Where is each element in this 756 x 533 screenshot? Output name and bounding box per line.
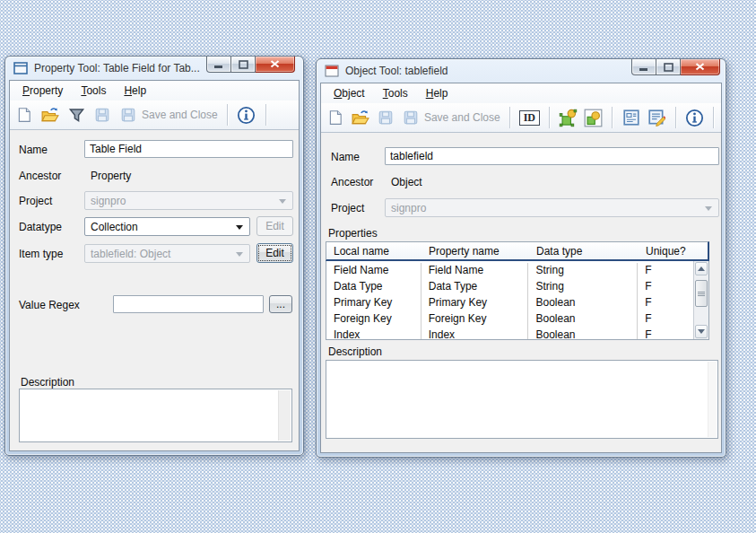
toolbar-separator bbox=[227, 104, 228, 126]
description-label: Description bbox=[21, 376, 74, 389]
toolbar: Save and Close ID bbox=[321, 103, 721, 133]
scroll-up-icon bbox=[698, 266, 705, 271]
itemtype-label: Item type bbox=[19, 248, 63, 260]
select-shapes-icon[interactable] bbox=[559, 107, 578, 128]
desktop: { "colors": { "desktop_bg": "#b3c8e2", "… bbox=[0, 0, 756, 533]
maximize-icon bbox=[239, 60, 248, 69]
caption-buttons bbox=[206, 57, 295, 73]
table-cell: Foreign Key bbox=[326, 311, 421, 328]
table-row[interactable]: Foreign KeyForeign KeyBooleanF bbox=[326, 311, 693, 328]
toolbar: Save and Close bbox=[10, 100, 299, 130]
datatype-combobox[interactable]: Collection bbox=[84, 217, 250, 236]
table-cell: Primary Key bbox=[421, 295, 529, 311]
table-cell: Field Name bbox=[326, 263, 421, 279]
menu-tools[interactable]: Tools bbox=[72, 82, 115, 100]
minimize-icon bbox=[214, 60, 223, 69]
window-title: Object Tool: tablefield bbox=[345, 65, 448, 77]
table-row[interactable]: Data TypeData TypeStringF bbox=[326, 279, 693, 295]
chevron-down-icon bbox=[705, 206, 712, 211]
properties-table-rows: Field NameField NameStringFData TypeData… bbox=[326, 261, 693, 339]
save-and-close-label: Save and Close bbox=[424, 111, 500, 124]
close-button[interactable] bbox=[681, 59, 720, 75]
object-tool-client-area: Object Tools Help Save and Close ID bbox=[320, 83, 722, 453]
table-cell: F bbox=[638, 311, 693, 328]
menu-tools[interactable]: Tools bbox=[374, 84, 417, 102]
save-icon[interactable] bbox=[376, 107, 395, 128]
toolbar-separator bbox=[549, 107, 550, 128]
chevron-down-icon bbox=[236, 225, 243, 230]
column-header-data-type[interactable]: Data type bbox=[529, 245, 639, 258]
open-folder-icon[interactable] bbox=[351, 107, 369, 128]
form-icon[interactable] bbox=[621, 107, 640, 128]
name-input[interactable] bbox=[385, 147, 719, 165]
table-cell: Data Type bbox=[326, 279, 421, 295]
scrollbar-thumb[interactable] bbox=[695, 280, 708, 307]
name-label: Name bbox=[19, 144, 48, 156]
table-cell: F bbox=[638, 328, 693, 339]
shapes-icon[interactable] bbox=[584, 107, 603, 128]
window-title: Property Tool: Table Field for Tab... bbox=[34, 62, 200, 74]
save-and-close-icon[interactable] bbox=[118, 104, 138, 126]
table-cell: F bbox=[638, 279, 693, 295]
name-label: Name bbox=[331, 151, 360, 163]
description-scrollbar[interactable] bbox=[278, 390, 291, 441]
close-button[interactable] bbox=[256, 57, 295, 73]
filter-icon[interactable] bbox=[66, 104, 86, 126]
datatype-edit-button[interactable]: Edit bbox=[256, 216, 293, 236]
new-document-icon[interactable] bbox=[14, 104, 34, 126]
table-cell: Field Name bbox=[421, 263, 529, 279]
table-cell: String bbox=[528, 279, 638, 295]
description-textarea[interactable] bbox=[326, 360, 718, 439]
project-combobox[interactable]: signpro bbox=[385, 198, 719, 217]
datatype-label: Datatype bbox=[19, 221, 62, 233]
info-icon[interactable] bbox=[685, 107, 704, 128]
open-folder-icon[interactable] bbox=[40, 104, 60, 126]
column-header-property-name[interactable]: Property name bbox=[421, 245, 529, 258]
description-label: Description bbox=[328, 345, 382, 358]
value-regex-input[interactable] bbox=[113, 295, 264, 313]
thumb-grip-icon bbox=[698, 292, 705, 296]
minimize-button[interactable] bbox=[631, 59, 656, 75]
column-header-local-name[interactable]: Local name bbox=[326, 245, 421, 258]
edit-form-icon[interactable] bbox=[647, 107, 666, 128]
table-cell: Boolean bbox=[528, 328, 638, 339]
table-cell: Index bbox=[421, 328, 529, 339]
table-row[interactable]: Field NameField NameStringF bbox=[326, 263, 693, 279]
minimize-button[interactable] bbox=[206, 57, 231, 73]
id-button[interactable]: ID bbox=[519, 110, 540, 126]
menubar: Object Tools Help bbox=[321, 83, 721, 103]
ancestor-label: Ancestor bbox=[331, 176, 373, 188]
table-row[interactable]: IndexIndexBooleanF bbox=[326, 328, 693, 339]
table-row[interactable]: Primary KeyPrimary KeyBooleanF bbox=[326, 295, 693, 311]
description-scrollbar[interactable] bbox=[708, 362, 717, 437]
table-cell: Boolean bbox=[528, 311, 638, 328]
caption-buttons bbox=[631, 59, 720, 75]
toolbar-separator bbox=[612, 107, 613, 128]
properties-table: Field NameField NameStringFData TypeData… bbox=[326, 261, 709, 340]
object-tool-window: Object Tool: tablefield Object Tools Hel… bbox=[316, 58, 726, 458]
name-input[interactable] bbox=[84, 140, 293, 158]
description-textarea[interactable] bbox=[19, 389, 292, 442]
menu-object[interactable]: Object bbox=[325, 84, 374, 102]
menu-property[interactable]: Property bbox=[13, 82, 72, 100]
save-and-close-icon[interactable] bbox=[402, 107, 421, 128]
table-cell: Boolean bbox=[528, 295, 638, 311]
save-icon[interactable] bbox=[92, 104, 112, 126]
menu-help[interactable]: Help bbox=[115, 82, 155, 100]
info-icon[interactable] bbox=[237, 104, 256, 126]
itemtype-combobox[interactable]: tablefield: Object bbox=[84, 244, 250, 263]
table-vertical-scrollbar[interactable] bbox=[693, 261, 708, 339]
project-combobox[interactable]: signpro bbox=[84, 191, 293, 210]
scroll-down-button[interactable] bbox=[695, 325, 708, 338]
column-header-unique[interactable]: Unique? bbox=[639, 245, 708, 258]
scroll-up-button[interactable] bbox=[695, 262, 708, 275]
property-tool-window: Property Tool: Table Field for Tab... Pr… bbox=[4, 56, 304, 456]
new-document-icon[interactable] bbox=[326, 107, 344, 128]
value-regex-browse-button[interactable]: ... bbox=[269, 295, 292, 313]
maximize-button[interactable] bbox=[231, 57, 256, 73]
table-cell: F bbox=[638, 263, 693, 279]
close-icon bbox=[270, 60, 280, 68]
menu-help[interactable]: Help bbox=[417, 84, 457, 102]
maximize-button[interactable] bbox=[656, 59, 681, 75]
itemtype-edit-button[interactable]: Edit bbox=[256, 243, 293, 263]
